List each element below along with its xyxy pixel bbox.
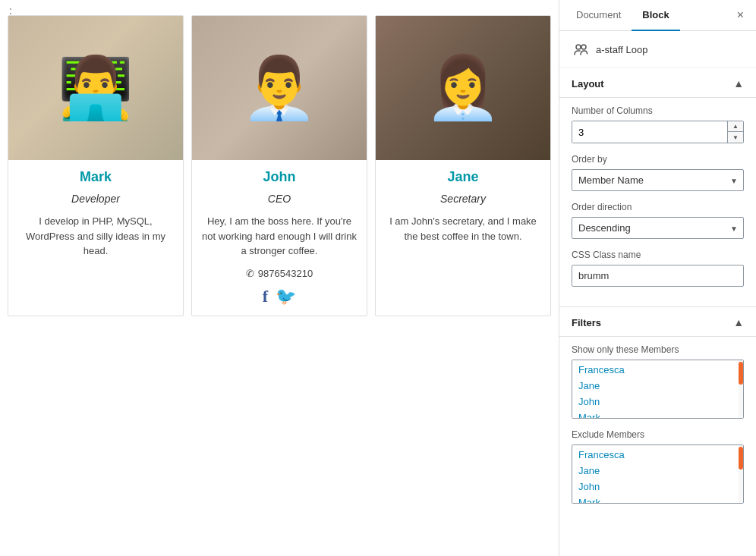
exclude-members-label: Exclude Members bbox=[572, 429, 744, 440]
layout-chevron-icon: ▲ bbox=[733, 77, 744, 90]
order-direction-select-wrapper: Descending Ascending ▼ bbox=[572, 217, 744, 239]
list-item[interactable]: Francesca bbox=[572, 362, 743, 378]
order-direction-select[interactable]: Descending Ascending bbox=[572, 217, 744, 239]
staff-bio-mark: I develop in PHP, MySQL, WordPress and s… bbox=[16, 214, 175, 259]
exclude-members-scrollbar-thumb bbox=[739, 447, 743, 470]
order-by-select[interactable]: Member Name Date Added Random bbox=[572, 169, 744, 191]
svg-point-0 bbox=[576, 45, 581, 49]
show-members-field: Show only these Members Francesca Jane J… bbox=[572, 344, 744, 419]
layout-section-title: Layout bbox=[572, 78, 604, 90]
show-members-list[interactable]: Francesca Jane John Mark bbox=[572, 360, 743, 418]
staff-photo-john bbox=[192, 16, 367, 160]
filters-section-content: Show only these Members Francesca Jane J… bbox=[559, 338, 756, 523]
list-item[interactable]: John bbox=[572, 479, 743, 495]
num-columns-input[interactable] bbox=[572, 121, 727, 143]
num-columns-label: Number of Columns bbox=[572, 105, 744, 116]
block-settings-panel: Document Block × a-staff Loop Layout ▲ N… bbox=[559, 0, 756, 556]
main-canvas: ⋮ Mark Developer I develop in PHP, MySQL… bbox=[0, 0, 559, 556]
staff-photo-jane bbox=[376, 16, 550, 160]
exclude-members-scrollbar bbox=[739, 445, 743, 503]
staff-card-mark: Mark Developer I develop in PHP, MySQL, … bbox=[8, 15, 184, 316]
list-item[interactable]: Mark bbox=[572, 410, 743, 418]
show-members-scrollbar bbox=[739, 360, 743, 418]
list-item[interactable]: Francesca bbox=[572, 447, 743, 463]
list-item[interactable]: John bbox=[572, 394, 743, 410]
staff-card-body-mark: Mark Developer I develop in PHP, MySQL, … bbox=[8, 160, 183, 277]
staff-card-body-john: John CEO Hey, I am the boss here. If you… bbox=[192, 160, 367, 316]
filters-divider bbox=[559, 336, 756, 337]
num-columns-down-button[interactable]: ▼ bbox=[728, 132, 743, 143]
staff-bio-jane: I am John's secretary, and I make the be… bbox=[383, 214, 543, 243]
filters-section-header[interactable]: Filters ▲ bbox=[559, 307, 756, 336]
order-by-select-wrapper: Member Name Date Added Random ▼ bbox=[572, 169, 744, 191]
staff-social-john: f 🐦 bbox=[200, 287, 359, 306]
show-members-scrollbar-thumb bbox=[739, 362, 743, 385]
show-members-label: Show only these Members bbox=[572, 344, 744, 355]
staff-card-jane: Jane Secretary I am John's secretary, an… bbox=[375, 15, 551, 316]
filters-chevron-icon: ▲ bbox=[733, 316, 744, 328]
staff-phone-john: ✆ 9876543210 bbox=[200, 268, 359, 279]
staff-name-mark: Mark bbox=[16, 169, 175, 185]
filters-section: Filters ▲ Show only these Members France… bbox=[559, 306, 756, 523]
staff-name-jane: Jane bbox=[383, 169, 543, 185]
list-item[interactable]: Jane bbox=[572, 463, 743, 479]
facebook-icon[interactable]: f bbox=[263, 287, 268, 306]
css-class-field: CSS Class name bbox=[572, 250, 744, 287]
order-by-label: Order by bbox=[572, 154, 744, 165]
staff-title-jane: Secretary bbox=[383, 193, 543, 205]
svg-point-1 bbox=[581, 45, 586, 49]
staff-title-mark: Developer bbox=[16, 193, 175, 205]
staff-title-john: CEO bbox=[200, 193, 359, 205]
staff-loop-icon bbox=[572, 40, 590, 58]
list-item[interactable]: Mark bbox=[572, 495, 743, 503]
block-name-label: a-staff Loop bbox=[596, 44, 647, 55]
layout-section: Layout ▲ Number of Columns ▲ ▼ Order by bbox=[559, 68, 756, 306]
exclude-members-list-wrapper: Francesca Jane John Mark bbox=[572, 444, 744, 504]
phone-number-john: 9876543210 bbox=[258, 268, 313, 279]
list-item[interactable]: Jane bbox=[572, 378, 743, 394]
tab-document[interactable]: Document bbox=[565, 0, 632, 31]
staff-card-body-jane: Jane Secretary I am John's secretary, an… bbox=[376, 160, 550, 262]
filters-section-title: Filters bbox=[572, 317, 601, 328]
num-columns-spinners: ▲ ▼ bbox=[727, 121, 743, 143]
twitter-icon[interactable]: 🐦 bbox=[276, 287, 296, 306]
order-direction-label: Order direction bbox=[572, 202, 744, 212]
num-columns-field: Number of Columns ▲ ▼ bbox=[572, 105, 744, 143]
close-panel-button[interactable]: × bbox=[731, 2, 750, 28]
num-columns-up-button[interactable]: ▲ bbox=[728, 121, 743, 132]
staff-photo-mark bbox=[8, 16, 183, 160]
exclude-members-list[interactable]: Francesca Jane John Mark bbox=[572, 445, 743, 503]
exclude-members-field: Exclude Members Francesca Jane John Mark bbox=[572, 429, 744, 504]
num-columns-input-wrapper: ▲ ▼ bbox=[572, 121, 744, 143]
staff-bio-john: Hey, I am the boss here. If you're not w… bbox=[200, 214, 359, 259]
layout-divider bbox=[559, 97, 756, 98]
layout-section-content: Number of Columns ▲ ▼ Order by Member Na… bbox=[559, 99, 756, 306]
layout-section-header[interactable]: Layout ▲ bbox=[559, 68, 756, 97]
css-class-input[interactable] bbox=[572, 265, 744, 287]
show-members-list-wrapper: Francesca Jane John Mark bbox=[572, 360, 744, 419]
css-class-label: CSS Class name bbox=[572, 250, 744, 260]
phone-icon: ✆ bbox=[246, 268, 254, 279]
staff-cards-container: Mark Developer I develop in PHP, MySQL, … bbox=[8, 12, 551, 319]
tab-block[interactable]: Block bbox=[632, 0, 679, 31]
order-direction-field: Order direction Descending Ascending ▼ bbox=[572, 202, 744, 239]
staff-card-john: John CEO Hey, I am the boss here. If you… bbox=[191, 15, 367, 316]
staff-name-john: John bbox=[200, 169, 359, 185]
order-by-field: Order by Member Name Date Added Random ▼ bbox=[572, 154, 744, 191]
panel-tabs: Document Block × bbox=[559, 0, 756, 31]
block-identifier-row: a-staff Loop bbox=[559, 31, 756, 68]
